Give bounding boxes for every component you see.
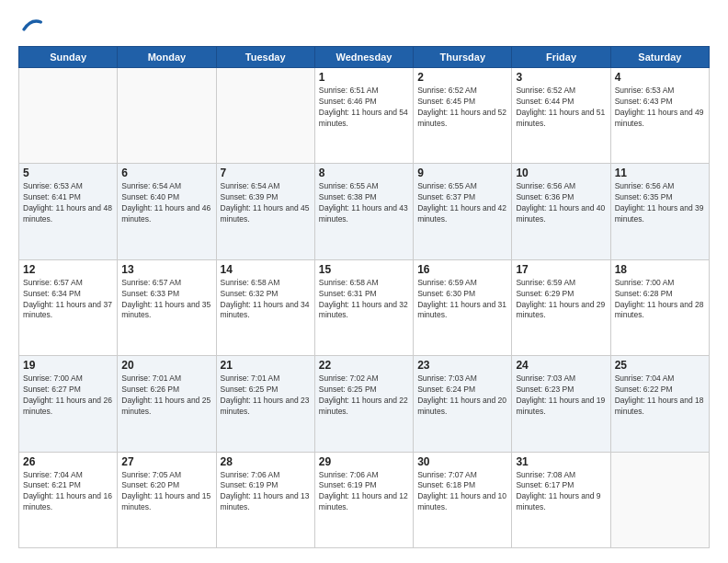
day-number: 10	[516, 167, 606, 179]
day-cell-14: 14Sunrise: 6:58 AMSunset: 6:32 PMDayligh…	[216, 259, 314, 355]
week-row-2: 5Sunrise: 6:53 AMSunset: 6:41 PMDaylight…	[19, 164, 710, 259]
day-cell-19: 19Sunrise: 7:00 AMSunset: 6:27 PMDayligh…	[19, 356, 118, 452]
day-info: Sunrise: 6:55 AMSunset: 6:38 PMDaylight:…	[319, 181, 409, 225]
day-info: Sunrise: 7:06 AMSunset: 6:19 PMDaylight:…	[319, 470, 409, 514]
day-number: 16	[417, 263, 507, 276]
day-number: 4	[615, 71, 705, 84]
day-cell-3: 3Sunrise: 6:52 AMSunset: 6:44 PMDaylight…	[512, 68, 610, 164]
day-info: Sunrise: 6:51 AMSunset: 6:46 PMDaylight:…	[319, 86, 409, 130]
day-number: 20	[121, 359, 211, 372]
day-cell-2: 2Sunrise: 6:52 AMSunset: 6:45 PMDaylight…	[414, 68, 512, 164]
day-cell-8: 8Sunrise: 6:55 AMSunset: 6:38 PMDaylight…	[314, 164, 413, 259]
day-cell-29: 29Sunrise: 7:06 AMSunset: 6:19 PMDayligh…	[314, 452, 413, 547]
day-number: 6	[121, 167, 211, 179]
day-number: 15	[319, 263, 409, 276]
weekday-header-sunday: Sunday	[19, 47, 118, 68]
day-cell-1: 1Sunrise: 6:51 AMSunset: 6:46 PMDaylight…	[314, 68, 413, 164]
day-number: 13	[121, 263, 211, 276]
weekday-header-tuesday: Tuesday	[216, 47, 314, 68]
day-number: 3	[516, 71, 606, 84]
empty-cell	[19, 68, 118, 164]
weekday-header-wednesday: Wednesday	[314, 47, 413, 68]
day-cell-7: 7Sunrise: 6:54 AMSunset: 6:39 PMDaylight…	[216, 164, 314, 259]
day-cell-5: 5Sunrise: 6:53 AMSunset: 6:41 PMDaylight…	[19, 164, 118, 259]
day-number: 24	[516, 359, 606, 372]
week-row-3: 12Sunrise: 6:57 AMSunset: 6:34 PMDayligh…	[19, 259, 710, 355]
day-number: 28	[221, 455, 311, 468]
day-number: 22	[319, 359, 409, 372]
day-number: 27	[121, 455, 211, 468]
day-info: Sunrise: 7:01 AMSunset: 6:25 PMDaylight:…	[221, 373, 311, 418]
day-cell-15: 15Sunrise: 6:58 AMSunset: 6:31 PMDayligh…	[314, 259, 413, 355]
day-info: Sunrise: 6:53 AMSunset: 6:41 PMDaylight:…	[23, 181, 113, 225]
week-row-1: 1Sunrise: 6:51 AMSunset: 6:46 PMDaylight…	[19, 68, 710, 164]
logo	[18, 15, 42, 37]
day-number: 12	[23, 263, 113, 276]
day-cell-22: 22Sunrise: 7:02 AMSunset: 6:25 PMDayligh…	[314, 356, 413, 452]
day-number: 19	[23, 359, 113, 372]
day-info: Sunrise: 6:59 AMSunset: 6:29 PMDaylight:…	[516, 278, 606, 322]
logo-icon	[20, 15, 42, 37]
day-cell-25: 25Sunrise: 7:04 AMSunset: 6:22 PMDayligh…	[610, 356, 709, 452]
day-number: 7	[221, 167, 311, 179]
calendar-table: SundayMondayTuesdayWednesdayThursdayFrid…	[18, 46, 710, 548]
day-info: Sunrise: 7:04 AMSunset: 6:22 PMDaylight:…	[615, 373, 705, 418]
day-info: Sunrise: 6:56 AMSunset: 6:35 PMDaylight:…	[615, 181, 705, 225]
day-cell-9: 9Sunrise: 6:55 AMSunset: 6:37 PMDaylight…	[414, 164, 512, 259]
empty-cell	[610, 452, 709, 547]
day-cell-23: 23Sunrise: 7:03 AMSunset: 6:24 PMDayligh…	[414, 356, 512, 452]
day-cell-10: 10Sunrise: 6:56 AMSunset: 6:36 PMDayligh…	[512, 164, 610, 259]
day-cell-20: 20Sunrise: 7:01 AMSunset: 6:26 PMDayligh…	[118, 356, 216, 452]
day-number: 25	[615, 359, 705, 372]
day-number: 31	[516, 455, 606, 468]
day-cell-17: 17Sunrise: 6:59 AMSunset: 6:29 PMDayligh…	[512, 259, 610, 355]
day-info: Sunrise: 7:01 AMSunset: 6:26 PMDaylight:…	[121, 373, 211, 418]
day-info: Sunrise: 6:53 AMSunset: 6:43 PMDaylight:…	[615, 86, 705, 130]
day-number: 26	[23, 455, 113, 468]
day-info: Sunrise: 6:52 AMSunset: 6:44 PMDaylight:…	[516, 86, 606, 130]
week-row-4: 19Sunrise: 7:00 AMSunset: 6:27 PMDayligh…	[19, 356, 710, 452]
day-info: Sunrise: 6:56 AMSunset: 6:36 PMDaylight:…	[516, 181, 606, 225]
weekday-header-friday: Friday	[512, 47, 610, 68]
day-cell-31: 31Sunrise: 7:08 AMSunset: 6:17 PMDayligh…	[512, 452, 610, 547]
weekday-header-monday: Monday	[118, 47, 216, 68]
day-info: Sunrise: 7:00 AMSunset: 6:28 PMDaylight:…	[615, 278, 705, 322]
day-info: Sunrise: 6:55 AMSunset: 6:37 PMDaylight:…	[417, 181, 507, 225]
weekday-header-saturday: Saturday	[610, 47, 709, 68]
day-info: Sunrise: 6:54 AMSunset: 6:39 PMDaylight:…	[221, 181, 311, 225]
day-info: Sunrise: 6:54 AMSunset: 6:40 PMDaylight:…	[121, 181, 211, 225]
day-number: 8	[319, 167, 409, 179]
day-cell-13: 13Sunrise: 6:57 AMSunset: 6:33 PMDayligh…	[118, 259, 216, 355]
week-row-5: 26Sunrise: 7:04 AMSunset: 6:21 PMDayligh…	[19, 452, 710, 547]
day-cell-28: 28Sunrise: 7:06 AMSunset: 6:19 PMDayligh…	[216, 452, 314, 547]
day-number: 14	[221, 263, 311, 276]
day-info: Sunrise: 7:02 AMSunset: 6:25 PMDaylight:…	[319, 373, 409, 418]
day-info: Sunrise: 6:52 AMSunset: 6:45 PMDaylight:…	[417, 86, 507, 130]
day-info: Sunrise: 7:04 AMSunset: 6:21 PMDaylight:…	[23, 470, 113, 514]
day-cell-12: 12Sunrise: 6:57 AMSunset: 6:34 PMDayligh…	[19, 259, 118, 355]
day-cell-6: 6Sunrise: 6:54 AMSunset: 6:40 PMDaylight…	[118, 164, 216, 259]
day-cell-4: 4Sunrise: 6:53 AMSunset: 6:43 PMDaylight…	[610, 68, 709, 164]
day-cell-30: 30Sunrise: 7:07 AMSunset: 6:18 PMDayligh…	[414, 452, 512, 547]
day-info: Sunrise: 6:59 AMSunset: 6:30 PMDaylight:…	[417, 278, 507, 322]
day-info: Sunrise: 7:00 AMSunset: 6:27 PMDaylight:…	[23, 373, 113, 418]
weekday-header-thursday: Thursday	[414, 47, 512, 68]
day-number: 23	[417, 359, 507, 372]
weekday-header-row: SundayMondayTuesdayWednesdayThursdayFrid…	[19, 47, 710, 68]
day-cell-16: 16Sunrise: 6:59 AMSunset: 6:30 PMDayligh…	[414, 259, 512, 355]
day-cell-11: 11Sunrise: 6:56 AMSunset: 6:35 PMDayligh…	[610, 164, 709, 259]
header	[18, 15, 710, 37]
day-info: Sunrise: 7:05 AMSunset: 6:20 PMDaylight:…	[121, 470, 211, 514]
day-number: 17	[516, 263, 606, 276]
day-number: 29	[319, 455, 409, 468]
day-cell-27: 27Sunrise: 7:05 AMSunset: 6:20 PMDayligh…	[118, 452, 216, 547]
day-info: Sunrise: 7:06 AMSunset: 6:19 PMDaylight:…	[221, 470, 311, 514]
empty-cell	[118, 68, 216, 164]
day-info: Sunrise: 7:03 AMSunset: 6:23 PMDaylight:…	[516, 373, 606, 418]
empty-cell	[216, 68, 314, 164]
day-number: 18	[615, 263, 705, 276]
day-cell-18: 18Sunrise: 7:00 AMSunset: 6:28 PMDayligh…	[610, 259, 709, 355]
day-info: Sunrise: 6:57 AMSunset: 6:34 PMDaylight:…	[23, 278, 113, 322]
day-number: 21	[221, 359, 311, 372]
day-number: 5	[23, 167, 113, 179]
